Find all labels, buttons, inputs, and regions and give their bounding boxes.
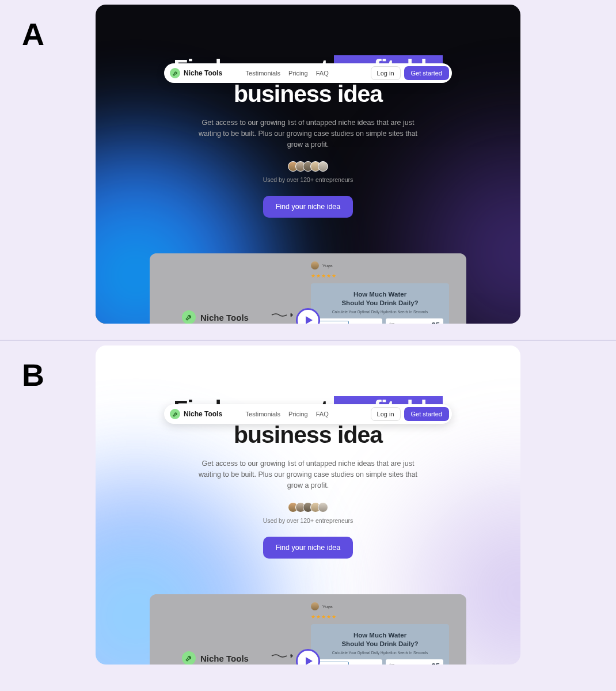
demo-app-screenshot: Yuya ★★★★★ How Much Water Should You Dri… <box>311 261 449 324</box>
demo-calculator-panel: How Much Water Should You Drink Daily? C… <box>311 624 449 665</box>
demo-age-box: Age 25 YEARS <box>386 318 443 324</box>
avatar-stack <box>96 502 520 512</box>
video-logo: Niche Tools <box>182 310 249 324</box>
male-icon: ♂ <box>332 323 336 324</box>
demo-calculator-panel: How Much Water Should You Drink Daily? C… <box>311 283 449 324</box>
logo[interactable]: Niche Tools <box>170 409 222 419</box>
nav-links: Testimonials Pricing FAQ <box>246 411 329 417</box>
nav-link-faq[interactable]: FAQ <box>316 70 329 77</box>
video-preview-card: Niche Tools Yuya ★★★★★ <box>150 594 466 665</box>
demo-username: Yuya <box>322 263 333 268</box>
cta-button[interactable]: Find your niche idea <box>263 537 353 559</box>
demo-gender-selector: ♂ Male ♀ Female <box>317 318 382 324</box>
login-button[interactable]: Log in <box>371 66 401 80</box>
play-icon <box>305 656 313 665</box>
nav-link-faq[interactable]: FAQ <box>316 411 329 417</box>
demo-avatar <box>311 261 319 269</box>
cta-button[interactable]: Find your niche idea <box>263 196 353 218</box>
demo-age-value: 25 <box>432 321 440 324</box>
subheadline: Get access to our growing list of untapp… <box>196 458 420 491</box>
social-proof-text: Used by over 120+ entrepreneurs <box>96 176 520 183</box>
demo-gender-female: ♀ Female <box>351 321 379 324</box>
play-icon <box>305 316 313 324</box>
demo-app-screenshot: Yuya ★★★★★ How Much Water Should You Dri… <box>311 602 449 665</box>
headline-post: business idea <box>234 81 382 107</box>
subheadline: Get access to our growing list of untapp… <box>196 117 420 150</box>
nav-actions: Log in Get started <box>371 407 449 421</box>
nav-link-pricing[interactable]: Pricing <box>288 70 308 77</box>
nav-link-testimonials[interactable]: Testimonials <box>246 411 281 417</box>
hero-panel-light: Niche Tools Testimonials Pricing FAQ Log… <box>96 346 520 665</box>
video-logo: Niche Tools <box>182 651 249 665</box>
avatar <box>318 502 328 512</box>
demo-username: Yuya <box>322 604 333 609</box>
avatar-stack <box>96 161 520 172</box>
demo-gender-female: ♀ Female <box>351 662 379 665</box>
nav-link-testimonials[interactable]: Testimonials <box>246 70 281 77</box>
navbar: Niche Tools Testimonials Pricing FAQ Log… <box>164 63 452 83</box>
nav-actions: Log in Get started <box>371 66 449 80</box>
star-rating: ★★★★★ <box>311 614 449 620</box>
arrow-doodle-icon <box>271 312 294 318</box>
wrench-icon <box>170 409 180 419</box>
wrench-icon <box>182 310 196 324</box>
demo-subtitle: Calculate Your Optimal Daily Hydration N… <box>317 651 443 655</box>
social-proof-text: Used by over 120+ entrepreneurs <box>96 517 520 524</box>
demo-gender-male: ♂ Male <box>319 321 349 324</box>
hero-panel-dark: Niche Tools Testimonials Pricing FAQ Log… <box>96 5 520 324</box>
login-button[interactable]: Log in <box>371 407 401 421</box>
panel-label-a: A <box>22 16 44 52</box>
avatar <box>318 161 328 172</box>
female-icon: ♀ <box>364 322 367 324</box>
demo-gender-male: ♂ Male <box>319 662 349 665</box>
wrench-icon <box>182 651 196 665</box>
logo-text: Niche Tools <box>184 410 222 418</box>
get-started-button[interactable]: Get started <box>404 66 449 80</box>
female-icon: ♀ <box>364 663 367 665</box>
star-rating: ★★★★★ <box>311 273 449 279</box>
get-started-button[interactable]: Get started <box>404 407 449 421</box>
arrow-doodle-icon <box>271 652 294 659</box>
demo-subtitle: Calculate Your Optimal Daily Hydration N… <box>317 310 443 314</box>
nav-link-pricing[interactable]: Pricing <box>288 411 308 417</box>
logo[interactable]: Niche Tools <box>170 68 222 78</box>
video-logo-text: Niche Tools <box>200 313 249 322</box>
demo-title: How Much Water Should You Drink Daily? <box>317 290 443 307</box>
logo-text: Niche Tools <box>184 69 222 77</box>
video-logo-text: Niche Tools <box>200 654 249 663</box>
demo-title: How Much Water Should You Drink Daily? <box>317 631 443 648</box>
demo-gender-selector: ♂ Male ♀ Female <box>317 659 382 665</box>
headline-post: business idea <box>234 422 382 448</box>
demo-age-box: Age 25 YEARS <box>386 659 443 665</box>
nav-links: Testimonials Pricing FAQ <box>246 70 329 77</box>
panel-label-b: B <box>22 357 44 393</box>
male-icon: ♂ <box>332 664 336 665</box>
demo-avatar <box>311 602 319 610</box>
navbar: Niche Tools Testimonials Pricing FAQ Log… <box>164 404 452 424</box>
wrench-icon <box>170 68 180 78</box>
demo-age-value: 25 <box>432 662 440 665</box>
video-preview-card: Niche Tools Yuya ★★★★★ <box>150 253 466 324</box>
